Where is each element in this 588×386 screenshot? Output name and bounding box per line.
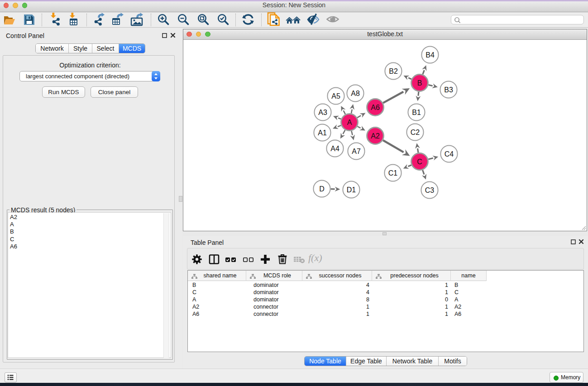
svg-text:B3: B3 [444, 86, 453, 94]
svg-text:C2: C2 [411, 129, 420, 136]
svg-text:A5: A5 [331, 92, 340, 100]
svg-text:B1: B1 [412, 109, 421, 116]
svg-text:C1: C1 [388, 169, 398, 177]
svg-text:A: A [347, 119, 352, 126]
svg-text:A6: A6 [371, 104, 380, 111]
svg-text:A4: A4 [330, 145, 339, 152]
svg-text:A2: A2 [371, 132, 380, 140]
svg-text:C3: C3 [425, 186, 435, 194]
svg-text:C: C [417, 158, 422, 166]
svg-text:A7: A7 [352, 148, 361, 155]
svg-text:C4: C4 [445, 150, 454, 158]
svg-text:D: D [319, 185, 325, 193]
svg-text:A1: A1 [318, 129, 327, 137]
svg-text:D1: D1 [347, 186, 356, 194]
svg-text:A3: A3 [318, 109, 327, 116]
svg-text:A8: A8 [351, 90, 360, 97]
svg-text:B2: B2 [389, 67, 398, 75]
svg-text:B: B [417, 79, 422, 87]
svg-text:B4: B4 [425, 51, 435, 59]
